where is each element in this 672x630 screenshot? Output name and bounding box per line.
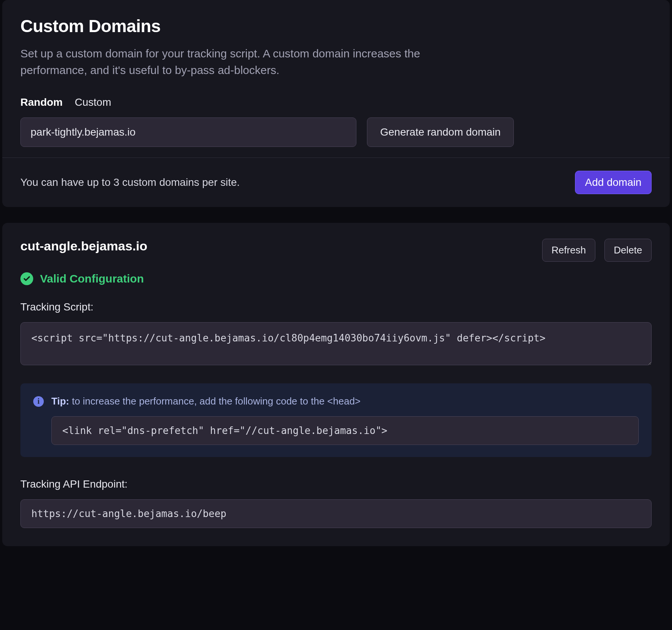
domain-name: cut-angle.bejamas.io	[20, 239, 147, 253]
status-text: Valid Configuration	[40, 272, 144, 285]
domain-type-tabs: Random Custom	[20, 96, 652, 108]
domains-limit-note: You can have up to 3 custom domains per …	[20, 176, 240, 188]
page-description: Set up a custom domain for your tracking…	[20, 45, 436, 78]
tab-custom[interactable]: Custom	[75, 96, 111, 108]
delete-button[interactable]: Delete	[604, 239, 652, 262]
tracking-script-label: Tracking Script:	[20, 301, 652, 313]
api-endpoint-value[interactable]: https://cut-angle.bejamas.io/beep	[20, 499, 652, 528]
page-title: Custom Domains	[20, 16, 652, 36]
refresh-button[interactable]: Refresh	[542, 239, 595, 262]
tip-code[interactable]: <link rel="dns-prefetch" href="//cut-ang…	[51, 416, 639, 445]
tab-random[interactable]: Random	[20, 96, 63, 108]
random-domain-input[interactable]	[20, 117, 356, 147]
tracking-script-code[interactable]	[20, 322, 652, 365]
check-circle-icon	[20, 272, 33, 285]
performance-tip: i Tip: to increase the performance, add …	[20, 383, 652, 457]
custom-domains-footer: You can have up to 3 custom domains per …	[2, 158, 670, 207]
configuration-status: Valid Configuration	[20, 272, 652, 285]
info-icon: i	[33, 396, 44, 407]
generate-random-domain-button[interactable]: Generate random domain	[367, 117, 514, 147]
domain-detail-panel: cut-angle.bejamas.io Refresh Delete Vali…	[2, 223, 670, 546]
tip-text: Tip: to increase the performance, add th…	[51, 395, 361, 407]
api-endpoint-label: Tracking API Endpoint:	[20, 478, 652, 490]
custom-domains-panel: Custom Domains Set up a custom domain fo…	[2, 0, 670, 207]
add-domain-button[interactable]: Add domain	[575, 171, 652, 194]
